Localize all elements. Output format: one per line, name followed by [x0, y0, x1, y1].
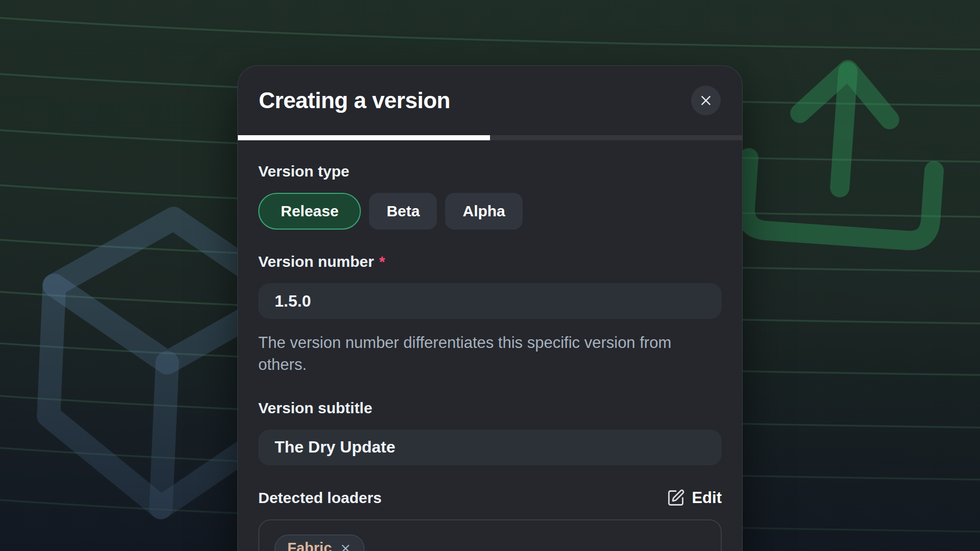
version-number-label: Version number *: [258, 253, 722, 270]
wizard-progress-track: [238, 135, 742, 140]
version-type-alpha-button[interactable]: Alpha: [445, 193, 522, 230]
modal-title: Creating a version: [259, 88, 450, 113]
edit-pencil-icon: [667, 489, 685, 507]
version-type-release-button[interactable]: Release: [258, 193, 361, 230]
loader-tag-label: Fabric: [287, 540, 332, 551]
version-subtitle-input[interactable]: [258, 430, 722, 465]
screen: Creating a version Version type Release …: [0, 0, 980, 551]
version-subtitle-label: Version subtitle: [258, 399, 722, 416]
detected-loaders-label: Detected loaders: [258, 489, 382, 506]
detected-loaders-box: Fabric: [258, 519, 722, 551]
remove-loader-button[interactable]: [339, 542, 352, 551]
modal-header: Creating a version: [238, 66, 742, 135]
version-type-beta-button[interactable]: Beta: [369, 193, 437, 230]
required-asterisk: *: [379, 253, 385, 270]
close-button[interactable]: [691, 86, 721, 115]
version-number-help: The version number differentiates this s…: [258, 332, 722, 376]
create-version-modal: Creating a version Version type Release …: [237, 65, 743, 551]
remove-x-icon: [339, 542, 352, 551]
loader-tag-fabric: Fabric: [275, 535, 364, 551]
wizard-progress-fill: [238, 135, 490, 140]
modal-body: Version type Release Beta Alpha Version …: [238, 140, 742, 551]
version-type-label: Version type: [258, 163, 722, 180]
version-type-group: Release Beta Alpha: [258, 193, 722, 230]
version-number-input[interactable]: [258, 283, 722, 319]
detected-loaders-row: Detected loaders Edit: [258, 489, 722, 507]
edit-loaders-button[interactable]: Edit: [667, 489, 722, 507]
edit-label: Edit: [692, 489, 722, 507]
close-icon: [699, 94, 713, 107]
